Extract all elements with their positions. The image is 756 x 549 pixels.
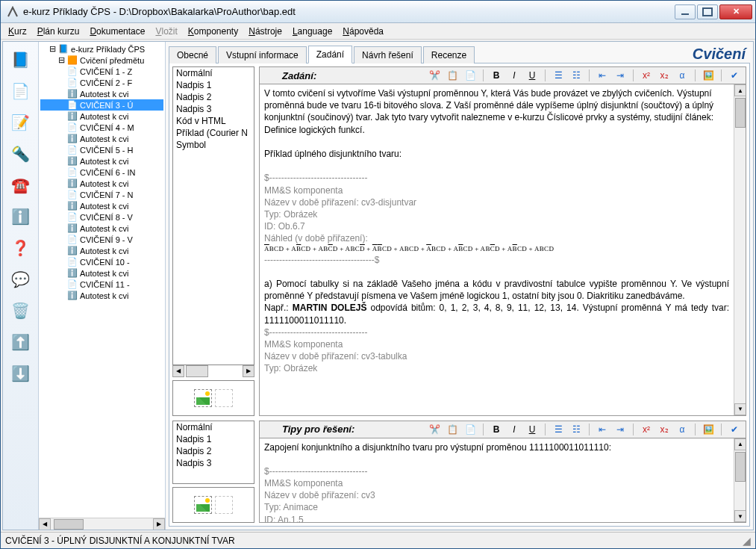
icon-chat[interactable]: 💬 <box>7 266 34 293</box>
tree-item[interactable]: 📄 CVIČENÍ 8 - V <box>40 211 163 223</box>
icon-help[interactable]: ❓ <box>7 235 34 261</box>
tree-sub[interactable]: ⊟ 🟧 Cvičení předmětu <box>40 55 163 66</box>
tree-item[interactable]: ℹ️ Autotest k cvi <box>40 223 163 234</box>
tree-item[interactable]: ℹ️ Autotest k cvi <box>40 178 163 189</box>
tree-item[interactable]: ℹ️ Autotest k cvi <box>40 111 163 122</box>
style-option[interactable]: Kód v HTML <box>173 115 254 127</box>
tree-item[interactable]: ℹ️ Autotest k cvi <box>40 88 163 99</box>
scroll-thumb[interactable] <box>54 519 84 530</box>
tree-item[interactable]: 📄 CVIČENÍ 3 - Ú <box>40 99 163 111</box>
list-bul-icon[interactable]: ☷ <box>569 69 583 82</box>
tree-item[interactable]: ℹ️ Autotest k cvi <box>40 245 163 256</box>
scroll-down-icon[interactable]: ▼ <box>734 510 746 522</box>
tree-item[interactable]: 📄 CVIČENÍ 9 - V <box>40 234 163 245</box>
menu-vlozit[interactable]: Vložit <box>155 26 177 37</box>
icon-book[interactable]: 📘 <box>7 46 34 73</box>
icon-trash[interactable]: 🗑️ <box>7 297 34 324</box>
tree-item[interactable]: ℹ️ Autotest k cvi <box>40 290 163 301</box>
tab-navrh[interactable]: Návrh řešení <box>354 46 422 63</box>
icon-match[interactable]: 🔦 <box>7 140 34 167</box>
scroll-up-icon[interactable]: ▲ <box>734 438 746 450</box>
list-num-icon[interactable]: ☰ <box>552 423 565 436</box>
tipy-content[interactable]: Zapojení konjunktního a disjunktního tva… <box>260 438 734 523</box>
copy-icon[interactable]: 📋 <box>446 69 459 82</box>
picture-icon[interactable] <box>194 496 212 514</box>
tree-item[interactable]: 📄 CVIČENÍ 6 - IN <box>40 167 163 178</box>
scroll-up-icon[interactable]: ▲ <box>734 84 746 96</box>
tree-hscroll[interactable]: ◀ ▶ <box>39 518 165 530</box>
italic-icon[interactable]: I <box>507 423 521 436</box>
tree-item[interactable]: 📄 CVIČENÍ 10 - <box>40 256 163 267</box>
menu-komponenty[interactable]: Komponenty <box>188 26 238 37</box>
tree-item[interactable]: 📄 CVIČENÍ 11 - <box>40 279 163 290</box>
resize-grip-icon[interactable]: ◢ <box>743 535 751 547</box>
paste-icon[interactable]: 📄 <box>463 69 477 82</box>
icon-phone[interactable]: ☎️ <box>7 172 34 199</box>
scroll-thumb[interactable] <box>186 365 208 377</box>
image-icon[interactable]: 🖼️ <box>702 69 715 82</box>
bold-icon[interactable]: B <box>490 423 503 436</box>
style-option[interactable]: Nadpis 3 <box>173 457 254 469</box>
zadani-styles-list[interactable]: NormálníNadpis 1Nadpis 2Nadpis 3Kód v HT… <box>172 66 254 365</box>
paste-icon[interactable]: 📄 <box>463 423 477 436</box>
tab-recenze[interactable]: Recenze <box>423 46 475 63</box>
tree-item[interactable]: ℹ️ Autotest k cvi <box>40 155 163 167</box>
underline-icon[interactable]: U <box>525 69 539 82</box>
picture-icon[interactable] <box>194 389 212 407</box>
list-num-icon[interactable]: ☰ <box>552 69 565 82</box>
indent-icon[interactable]: ⇥ <box>613 423 627 436</box>
cut-icon[interactable]: ✂️ <box>428 423 441 436</box>
style-option[interactable]: Nadpis 1 <box>173 79 254 91</box>
arrows-icon[interactable] <box>215 389 233 407</box>
minimize-button[interactable] <box>675 4 696 19</box>
icon-doc[interactable]: 📄 <box>7 78 34 105</box>
alpha-icon[interactable]: α <box>675 69 689 82</box>
icon-up[interactable]: ⬆️ <box>7 329 34 356</box>
alpha-icon[interactable]: α <box>675 423 689 436</box>
tab-zadani[interactable]: Zadání <box>308 46 352 63</box>
sub-icon[interactable]: x₂ <box>657 423 671 436</box>
tipy-styles-list[interactable]: NormálníNadpis 1Nadpis 2Nadpis 3 <box>172 421 254 485</box>
close-button[interactable] <box>719 4 752 19</box>
scroll-thumb[interactable] <box>735 98 746 128</box>
icon-info[interactable]: ℹ️ <box>7 203 34 230</box>
style-option[interactable]: Nadpis 3 <box>173 103 254 115</box>
outdent-icon[interactable]: ⇤ <box>596 423 609 436</box>
tree-item[interactable]: ℹ️ Autotest k cvi <box>40 200 163 211</box>
style-option[interactable]: Příklad (Courier N <box>173 127 254 139</box>
menu-kurz[interactable]: Kurz <box>8 26 27 37</box>
tree[interactable]: ⊟ 📘 e-kurz Příklady ČPS ⊟ 🟧 Cvičení před… <box>39 42 165 518</box>
style-option[interactable]: Nadpis 1 <box>173 433 254 445</box>
tree-item[interactable]: ℹ️ Autotest k cvi <box>40 267 163 279</box>
outdent-icon[interactable]: ⇤ <box>596 69 609 82</box>
bold-icon[interactable]: B <box>490 69 503 82</box>
tree-root[interactable]: ⊟ 📘 e-kurz Příklady ČPS <box>40 43 163 55</box>
image-icon[interactable]: 🖼️ <box>702 423 715 436</box>
tree-item[interactable]: 📄 CVIČENÍ 2 - F <box>40 77 163 88</box>
tree-item[interactable]: 📄 CVIČENÍ 5 - H <box>40 144 163 155</box>
styles-hscroll[interactable]: ◀ ▶ <box>172 365 254 377</box>
cut-icon[interactable]: ✂️ <box>428 69 441 82</box>
scroll-right-icon[interactable]: ▶ <box>153 518 165 530</box>
maximize-button[interactable] <box>697 4 718 19</box>
arrows-icon[interactable] <box>215 496 233 514</box>
copy-icon[interactable]: 📋 <box>446 423 459 436</box>
spell-icon[interactable]: ✔ <box>728 69 741 82</box>
menu-language[interactable]: Language <box>293 26 332 37</box>
sup-icon[interactable]: x² <box>640 69 653 82</box>
style-option[interactable]: Symbol <box>173 139 254 151</box>
zadani-vscroll[interactable]: ▲ ▼ <box>734 84 746 415</box>
style-option[interactable]: Normální <box>173 421 254 433</box>
tree-item[interactable]: 📄 CVIČENÍ 7 - N <box>40 189 163 200</box>
tree-item[interactable]: ℹ️ Autotest k cvi <box>40 133 163 144</box>
menu-napoveda[interactable]: Nápověda <box>343 26 384 37</box>
scroll-left-icon[interactable]: ◀ <box>172 365 184 377</box>
scroll-left-icon[interactable]: ◀ <box>39 518 51 530</box>
tipy-vscroll[interactable]: ▲ ▼ <box>734 438 746 523</box>
menu-dokumentace[interactable]: Dokumentace <box>90 26 145 37</box>
sub-icon[interactable]: x₂ <box>657 69 671 82</box>
style-option[interactable]: Nadpis 2 <box>173 91 254 103</box>
tree-item[interactable]: 📄 CVIČENÍ 1 - Z <box>40 66 163 77</box>
scroll-down-icon[interactable]: ▼ <box>734 403 746 415</box>
italic-icon[interactable]: I <box>507 69 521 82</box>
